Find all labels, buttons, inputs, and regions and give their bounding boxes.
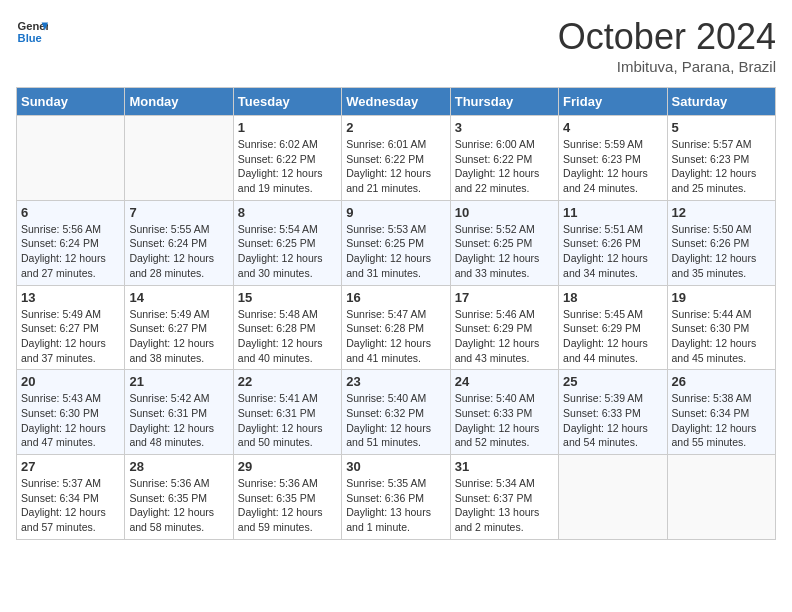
calendar-day-header: Monday bbox=[125, 88, 233, 116]
day-info: Sunrise: 5:36 AMSunset: 6:35 PMDaylight:… bbox=[238, 476, 337, 535]
day-number: 15 bbox=[238, 290, 337, 305]
day-info: Sunrise: 5:50 AMSunset: 6:26 PMDaylight:… bbox=[672, 222, 771, 281]
day-info: Sunrise: 5:46 AMSunset: 6:29 PMDaylight:… bbox=[455, 307, 554, 366]
calendar-table: SundayMondayTuesdayWednesdayThursdayFrid… bbox=[16, 87, 776, 540]
day-number: 1 bbox=[238, 120, 337, 135]
day-info: Sunrise: 6:00 AMSunset: 6:22 PMDaylight:… bbox=[455, 137, 554, 196]
calendar-cell: 7Sunrise: 5:55 AMSunset: 6:24 PMDaylight… bbox=[125, 200, 233, 285]
day-number: 3 bbox=[455, 120, 554, 135]
calendar-cell: 21Sunrise: 5:42 AMSunset: 6:31 PMDayligh… bbox=[125, 370, 233, 455]
day-info: Sunrise: 5:38 AMSunset: 6:34 PMDaylight:… bbox=[672, 391, 771, 450]
calendar-header-row: SundayMondayTuesdayWednesdayThursdayFrid… bbox=[17, 88, 776, 116]
calendar-day-header: Friday bbox=[559, 88, 667, 116]
logo: General Blue bbox=[16, 16, 48, 48]
day-number: 25 bbox=[563, 374, 662, 389]
calendar-cell bbox=[17, 116, 125, 201]
calendar-cell: 14Sunrise: 5:49 AMSunset: 6:27 PMDayligh… bbox=[125, 285, 233, 370]
calendar-cell: 30Sunrise: 5:35 AMSunset: 6:36 PMDayligh… bbox=[342, 455, 450, 540]
calendar-cell: 20Sunrise: 5:43 AMSunset: 6:30 PMDayligh… bbox=[17, 370, 125, 455]
calendar-cell: 1Sunrise: 6:02 AMSunset: 6:22 PMDaylight… bbox=[233, 116, 341, 201]
day-info: Sunrise: 5:39 AMSunset: 6:33 PMDaylight:… bbox=[563, 391, 662, 450]
calendar-week-row: 13Sunrise: 5:49 AMSunset: 6:27 PMDayligh… bbox=[17, 285, 776, 370]
day-number: 17 bbox=[455, 290, 554, 305]
calendar-cell: 19Sunrise: 5:44 AMSunset: 6:30 PMDayligh… bbox=[667, 285, 775, 370]
calendar-cell: 3Sunrise: 6:00 AMSunset: 6:22 PMDaylight… bbox=[450, 116, 558, 201]
calendar-day-header: Tuesday bbox=[233, 88, 341, 116]
day-info: Sunrise: 5:43 AMSunset: 6:30 PMDaylight:… bbox=[21, 391, 120, 450]
day-info: Sunrise: 5:56 AMSunset: 6:24 PMDaylight:… bbox=[21, 222, 120, 281]
calendar-cell: 17Sunrise: 5:46 AMSunset: 6:29 PMDayligh… bbox=[450, 285, 558, 370]
day-info: Sunrise: 5:45 AMSunset: 6:29 PMDaylight:… bbox=[563, 307, 662, 366]
day-number: 6 bbox=[21, 205, 120, 220]
day-number: 9 bbox=[346, 205, 445, 220]
calendar-week-row: 20Sunrise: 5:43 AMSunset: 6:30 PMDayligh… bbox=[17, 370, 776, 455]
day-info: Sunrise: 5:40 AMSunset: 6:33 PMDaylight:… bbox=[455, 391, 554, 450]
calendar-cell: 25Sunrise: 5:39 AMSunset: 6:33 PMDayligh… bbox=[559, 370, 667, 455]
day-number: 8 bbox=[238, 205, 337, 220]
logo-icon: General Blue bbox=[16, 16, 48, 48]
day-number: 31 bbox=[455, 459, 554, 474]
day-info: Sunrise: 6:01 AMSunset: 6:22 PMDaylight:… bbox=[346, 137, 445, 196]
day-info: Sunrise: 5:44 AMSunset: 6:30 PMDaylight:… bbox=[672, 307, 771, 366]
calendar-cell: 4Sunrise: 5:59 AMSunset: 6:23 PMDaylight… bbox=[559, 116, 667, 201]
day-number: 26 bbox=[672, 374, 771, 389]
day-info: Sunrise: 5:37 AMSunset: 6:34 PMDaylight:… bbox=[21, 476, 120, 535]
day-info: Sunrise: 5:52 AMSunset: 6:25 PMDaylight:… bbox=[455, 222, 554, 281]
day-number: 16 bbox=[346, 290, 445, 305]
day-number: 7 bbox=[129, 205, 228, 220]
calendar-day-header: Saturday bbox=[667, 88, 775, 116]
location-subtitle: Imbituva, Parana, Brazil bbox=[558, 58, 776, 75]
calendar-week-row: 27Sunrise: 5:37 AMSunset: 6:34 PMDayligh… bbox=[17, 455, 776, 540]
day-info: Sunrise: 5:49 AMSunset: 6:27 PMDaylight:… bbox=[129, 307, 228, 366]
title-block: October 2024 Imbituva, Parana, Brazil bbox=[558, 16, 776, 75]
page-header: General Blue October 2024 Imbituva, Para… bbox=[16, 16, 776, 75]
day-number: 24 bbox=[455, 374, 554, 389]
day-number: 27 bbox=[21, 459, 120, 474]
day-info: Sunrise: 5:57 AMSunset: 6:23 PMDaylight:… bbox=[672, 137, 771, 196]
calendar-cell: 8Sunrise: 5:54 AMSunset: 6:25 PMDaylight… bbox=[233, 200, 341, 285]
day-number: 29 bbox=[238, 459, 337, 474]
calendar-cell: 2Sunrise: 6:01 AMSunset: 6:22 PMDaylight… bbox=[342, 116, 450, 201]
day-number: 12 bbox=[672, 205, 771, 220]
calendar-cell: 22Sunrise: 5:41 AMSunset: 6:31 PMDayligh… bbox=[233, 370, 341, 455]
day-info: Sunrise: 5:41 AMSunset: 6:31 PMDaylight:… bbox=[238, 391, 337, 450]
day-info: Sunrise: 5:36 AMSunset: 6:35 PMDaylight:… bbox=[129, 476, 228, 535]
day-number: 30 bbox=[346, 459, 445, 474]
day-info: Sunrise: 5:40 AMSunset: 6:32 PMDaylight:… bbox=[346, 391, 445, 450]
day-number: 21 bbox=[129, 374, 228, 389]
day-info: Sunrise: 5:51 AMSunset: 6:26 PMDaylight:… bbox=[563, 222, 662, 281]
day-info: Sunrise: 5:54 AMSunset: 6:25 PMDaylight:… bbox=[238, 222, 337, 281]
day-number: 14 bbox=[129, 290, 228, 305]
calendar-day-header: Sunday bbox=[17, 88, 125, 116]
calendar-cell bbox=[559, 455, 667, 540]
calendar-cell: 16Sunrise: 5:47 AMSunset: 6:28 PMDayligh… bbox=[342, 285, 450, 370]
calendar-cell: 6Sunrise: 5:56 AMSunset: 6:24 PMDaylight… bbox=[17, 200, 125, 285]
calendar-week-row: 6Sunrise: 5:56 AMSunset: 6:24 PMDaylight… bbox=[17, 200, 776, 285]
calendar-cell: 11Sunrise: 5:51 AMSunset: 6:26 PMDayligh… bbox=[559, 200, 667, 285]
calendar-day-header: Thursday bbox=[450, 88, 558, 116]
day-info: Sunrise: 5:34 AMSunset: 6:37 PMDaylight:… bbox=[455, 476, 554, 535]
day-info: Sunrise: 5:42 AMSunset: 6:31 PMDaylight:… bbox=[129, 391, 228, 450]
day-info: Sunrise: 5:53 AMSunset: 6:25 PMDaylight:… bbox=[346, 222, 445, 281]
calendar-cell: 13Sunrise: 5:49 AMSunset: 6:27 PMDayligh… bbox=[17, 285, 125, 370]
day-info: Sunrise: 5:55 AMSunset: 6:24 PMDaylight:… bbox=[129, 222, 228, 281]
day-number: 13 bbox=[21, 290, 120, 305]
day-number: 5 bbox=[672, 120, 771, 135]
calendar-cell: 24Sunrise: 5:40 AMSunset: 6:33 PMDayligh… bbox=[450, 370, 558, 455]
calendar-cell: 23Sunrise: 5:40 AMSunset: 6:32 PMDayligh… bbox=[342, 370, 450, 455]
day-number: 18 bbox=[563, 290, 662, 305]
day-number: 2 bbox=[346, 120, 445, 135]
day-info: Sunrise: 5:35 AMSunset: 6:36 PMDaylight:… bbox=[346, 476, 445, 535]
day-number: 22 bbox=[238, 374, 337, 389]
calendar-cell bbox=[667, 455, 775, 540]
calendar-cell: 31Sunrise: 5:34 AMSunset: 6:37 PMDayligh… bbox=[450, 455, 558, 540]
day-number: 4 bbox=[563, 120, 662, 135]
calendar-day-header: Wednesday bbox=[342, 88, 450, 116]
svg-text:Blue: Blue bbox=[18, 32, 42, 44]
calendar-cell: 15Sunrise: 5:48 AMSunset: 6:28 PMDayligh… bbox=[233, 285, 341, 370]
day-info: Sunrise: 5:59 AMSunset: 6:23 PMDaylight:… bbox=[563, 137, 662, 196]
calendar-cell: 10Sunrise: 5:52 AMSunset: 6:25 PMDayligh… bbox=[450, 200, 558, 285]
day-number: 20 bbox=[21, 374, 120, 389]
calendar-cell: 28Sunrise: 5:36 AMSunset: 6:35 PMDayligh… bbox=[125, 455, 233, 540]
calendar-cell: 27Sunrise: 5:37 AMSunset: 6:34 PMDayligh… bbox=[17, 455, 125, 540]
